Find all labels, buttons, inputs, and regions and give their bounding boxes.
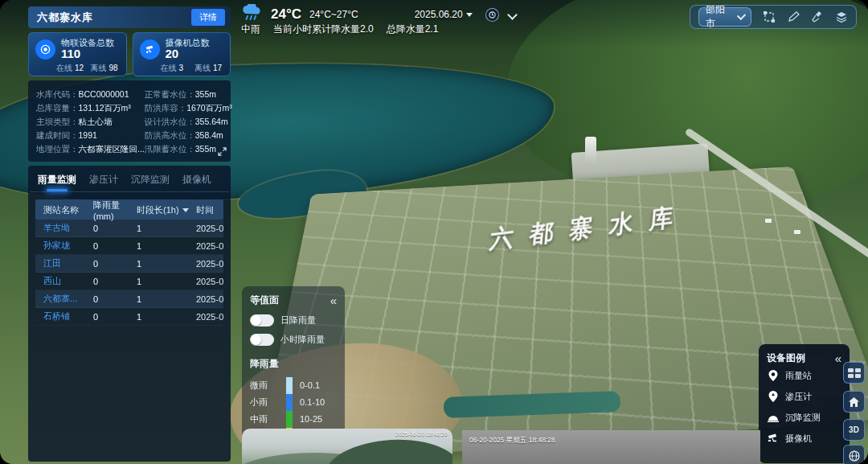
sort-caret-icon (182, 208, 189, 212)
home-icon (849, 397, 859, 407)
date-value: 2025.06.20 (415, 9, 463, 20)
legend-label: 中雨 (250, 411, 279, 428)
legend-label: 小雨 (250, 394, 279, 411)
col-duration-sort[interactable]: 时段长(1h) (137, 204, 196, 216)
cctv-camera-icon (767, 433, 779, 443)
precipitation-summary: 中雨 当前小时累计降水量2.0 总降水量2.1 (241, 23, 438, 36)
legend-range: 10-25 (300, 411, 337, 428)
legend-range: 0-0.1 (300, 377, 337, 394)
map-toolbar: 邵阳市 (690, 5, 857, 29)
card-value: 20 (166, 47, 210, 60)
tab-cameras[interactable]: 摄像机 (182, 173, 211, 191)
3d-toggle-button[interactable]: 3D (843, 419, 865, 441)
daily-rain-toggle[interactable] (250, 314, 274, 326)
chevron-down-icon[interactable] (507, 10, 518, 20)
reservoir-info-panel: 水库代码：BCC0000001 总库容量：131.12百万m³ 主坝类型：粘土心… (28, 80, 231, 162)
online-count: 在线3 (161, 63, 184, 74)
history-clock-button[interactable] (485, 8, 499, 22)
info-row: 建成时间：1991 (36, 129, 145, 142)
hourly-precipitation: 当前小时累计降水量2.0 (273, 23, 374, 36)
toggle-knob (251, 335, 261, 345)
info-row: 主坝类型：粘土心墙 (36, 115, 145, 129)
measure-pencil-icon[interactable] (787, 10, 800, 24)
table-row[interactable]: 羊古坳012025-06-20 18:01:3 (35, 220, 223, 237)
home-button[interactable] (843, 391, 865, 413)
detail-button[interactable]: 详情 (191, 9, 225, 26)
table-body: 羊古坳012025-06-20 18:01:3 孙家垅012025-06-20 … (28, 220, 231, 326)
video-timestamp: 06-20-2025 星期五 18:48:28 (469, 436, 555, 446)
info-row: 防洪库容：1670百万m³ (145, 101, 232, 115)
map-intake-tower (585, 137, 596, 164)
col-rainfall: 降雨量(mm) (93, 199, 137, 221)
camera-video-thumbnail-1[interactable]: 2025-06-20 18:48:20 (242, 429, 452, 464)
tab-rain-monitoring[interactable]: 雨量监测 (38, 173, 76, 191)
info-row: 设计洪水位：355.64m (145, 115, 232, 129)
settlement-gauge-icon (767, 413, 779, 422)
table-row[interactable]: 六都寨...012025-06-20 18:01:3 (35, 290, 223, 308)
toggle-knob (251, 315, 261, 326)
tab-seepage-gauge[interactable]: 渗压计 (89, 173, 118, 191)
col-time: 时间 (196, 204, 223, 216)
expand-icon[interactable] (218, 145, 227, 159)
legend-item-camera: 摄像机 (767, 428, 841, 449)
contour-title: 等值面 (250, 294, 279, 307)
hourly-rain-toggle-row: 小时降雨量 (250, 334, 337, 346)
info-row: 地理位置：六都寨灌区隆回... (36, 142, 145, 156)
app-root: 六都寨水库 24°C 24°C~27°C 2025.06.20 中雨 当前小时累… (0, 0, 868, 464)
table-row[interactable]: 孙家垅012025-06-20 18:01:3 (35, 237, 223, 255)
rain-legend-title: 降雨量 (250, 357, 337, 371)
video-mountain-ridge (323, 437, 452, 464)
video-timestamp: 2025-06-20 18:48:20 (395, 431, 448, 437)
page-title: 六都寨水库 (37, 10, 93, 25)
info-row: 正常蓄水位：355m (145, 88, 232, 101)
table-row[interactable]: 石桥铺012025-06-20 18:01:3 (35, 308, 223, 326)
camera-video-thumbnail-2[interactable]: 06-20-2025 星期五 18:48:28 (462, 430, 760, 464)
stat-cards: 物联设备总数 110 在线12 离线98 摄像机总数 20 在线3 (28, 32, 231, 76)
monitoring-tabs: 雨量监测 渗压计 沉降监测 摄像机 (28, 166, 231, 191)
legend-label: 微雨 (250, 377, 279, 394)
legend-color (286, 411, 293, 428)
city-select[interactable]: 邵阳市 (698, 7, 751, 27)
city-select-value: 邵阳市 (706, 3, 727, 31)
total-precipitation: 总降水量2.1 (387, 23, 439, 36)
tabs-divider (30, 191, 229, 192)
iot-device-card[interactable]: 物联设备总数 110 在线12 离线98 (28, 32, 127, 76)
toggle-label: 小时降雨量 (280, 334, 325, 346)
camera-icon (140, 39, 160, 60)
info-column-left: 水库代码：BCC0000001 总库容量：131.12百万m³ 主坝类型：粘土心… (36, 88, 145, 154)
split-screen-icon (848, 368, 861, 378)
offline-count: 离线17 (194, 63, 222, 74)
legend-item-seepage-gauge: 渗压计 (767, 386, 841, 407)
device-legend-panel: 设备图例 雨量站 渗压计 沉降监测 摄像机 (759, 344, 850, 463)
table-header: 测站名称 降雨量(mm) 时段长(1h) 时间 (35, 199, 223, 220)
online-count: 在线12 (56, 63, 84, 74)
seepage-pin-icon (767, 391, 779, 402)
collapse-icon[interactable] (835, 355, 841, 363)
camera-card[interactable]: 摄像机总数 20 在线3 离线17 (133, 32, 231, 76)
weather-condition: 中雨 (241, 23, 260, 36)
date-picker[interactable]: 2025.06.20 (415, 9, 473, 20)
hourly-rain-toggle[interactable] (250, 334, 274, 346)
info-row: 防洪高水位：358.4m (145, 129, 232, 142)
split-screen-button[interactable] (843, 362, 865, 384)
globe-button[interactable] (843, 445, 865, 464)
info-row: 总库容量：131.12百万m³ (36, 101, 145, 115)
rain-station-pin-icon (767, 370, 779, 381)
chevron-down-icon (737, 11, 746, 20)
area-select-icon[interactable] (763, 10, 776, 24)
current-temperature: 24°C (271, 6, 301, 23)
tab-settlement-monitoring[interactable]: 沉降监测 (131, 173, 170, 191)
3d-label: 3D (849, 425, 859, 434)
legend-item-rain-station: 雨量站 (767, 365, 841, 386)
legend-range: 0.1-10 (300, 394, 337, 411)
collapse-icon[interactable] (330, 297, 337, 305)
monitoring-panel: 雨量监测 渗压计 沉降监测 摄像机 测站名称 降雨量(mm) 时段长(1h) 时… (28, 166, 231, 462)
device-legend-title: 设备图例 (767, 351, 805, 365)
table-row[interactable]: 西山012025-06-20 18:01:3 (35, 273, 223, 290)
table-row[interactable]: 江田012025-06-20 18:01:3 (35, 255, 223, 273)
reservoir-header: 六都寨水库 详情 (28, 6, 231, 28)
clear-broom-icon[interactable] (811, 10, 824, 24)
layers-icon[interactable] (835, 10, 848, 24)
legend-color (286, 394, 293, 411)
globe-icon (849, 450, 860, 462)
